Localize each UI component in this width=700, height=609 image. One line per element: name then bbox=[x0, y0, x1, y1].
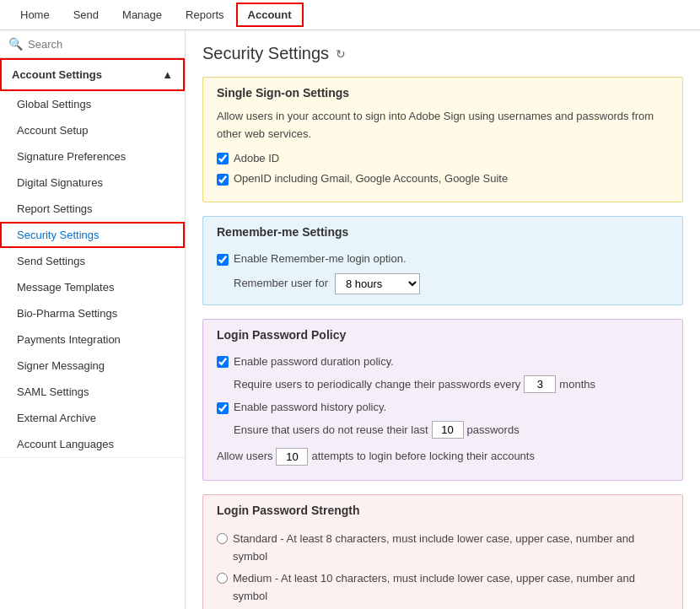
sidebar-item-account-languages[interactable]: Account Languages bbox=[0, 431, 185, 457]
history-policy-row: Ensure that users do not reuse their las… bbox=[234, 420, 669, 439]
sidebar-item-account-setup[interactable]: Account Setup bbox=[0, 117, 185, 143]
sidebar-item-global-settings[interactable]: Global Settings bbox=[0, 91, 185, 117]
remember-me-header: Remember-me Settings bbox=[203, 217, 682, 244]
nav-send[interactable]: Send bbox=[62, 2, 110, 28]
remember-me-section: Remember-me Settings Enable Remember-me … bbox=[202, 216, 683, 305]
remember-me-body: Enable Remember-me login option. Remembe… bbox=[203, 244, 682, 304]
nav-reports[interactable]: Reports bbox=[174, 2, 236, 28]
adobe-id-label: Adobe ID bbox=[234, 150, 279, 168]
sidebar-item-report-settings[interactable]: Report Settings bbox=[0, 196, 185, 222]
standard-label: Standard - At least 8 characters, must i… bbox=[233, 531, 669, 566]
sidebar-item-send-settings[interactable]: Send Settings bbox=[0, 248, 185, 274]
enable-duration-row: Enable password duration policy. bbox=[217, 353, 669, 371]
enable-remember-checkbox[interactable] bbox=[217, 254, 229, 266]
openid-row: OpenID including Gmail, Google Accounts,… bbox=[217, 170, 669, 188]
password-strength-header: Login Password Strength bbox=[203, 495, 682, 522]
sidebar-item-payments[interactable]: Payments Integration bbox=[0, 326, 185, 353]
nav-account[interactable]: Account bbox=[236, 3, 304, 27]
remember-user-for-label: Remember user for bbox=[234, 275, 328, 293]
page-title-text: Security Settings bbox=[202, 44, 329, 63]
search-icon: 🔍 bbox=[8, 37, 23, 51]
duration-prefix: Require users to periodically change the… bbox=[234, 375, 520, 394]
account-settings-label: Account Settings bbox=[12, 68, 102, 81]
standard-radio[interactable] bbox=[217, 533, 228, 544]
adobe-id-checkbox[interactable] bbox=[217, 153, 229, 164]
history-prefix: Ensure that users do not reuse their las… bbox=[234, 420, 428, 439]
sso-section: Single Sign-on Settings Allow users in y… bbox=[202, 77, 683, 202]
sidebar-item-external-archive[interactable]: External Archive bbox=[0, 405, 185, 431]
attempts-prefix: Allow users bbox=[217, 446, 272, 466]
enable-remember-row: Enable Remember-me login option. bbox=[217, 251, 669, 268]
sidebar-item-signer-messaging[interactable]: Signer Messaging bbox=[0, 353, 185, 379]
refresh-icon[interactable]: ↻ bbox=[336, 47, 346, 61]
password-strength-body: Standard - At least 8 characters, must i… bbox=[203, 522, 682, 609]
sidebar: 🔍 Account Settings ▲ Global Settings Acc… bbox=[0, 30, 186, 609]
sidebar-item-security-settings[interactable]: Security Settings bbox=[0, 222, 185, 248]
enable-duration-label: Enable password duration policy. bbox=[234, 353, 394, 371]
page-title: Security Settings ↻ bbox=[202, 44, 683, 63]
sso-header: Single Sign-on Settings bbox=[203, 78, 682, 105]
account-settings-header[interactable]: Account Settings ▲ bbox=[0, 58, 185, 91]
nav-home[interactable]: Home bbox=[8, 2, 62, 28]
search-input[interactable] bbox=[28, 38, 176, 51]
sidebar-item-message-templates[interactable]: Message Templates bbox=[0, 274, 185, 300]
sso-body: Allow users in your account to sign into… bbox=[203, 105, 682, 202]
password-policy-body: Enable password duration policy. Require… bbox=[203, 347, 682, 480]
enable-duration-checkbox[interactable] bbox=[217, 356, 229, 368]
remember-duration-row: Remember user for 1 hour 2 hours 4 hours… bbox=[234, 273, 669, 294]
attempts-input[interactable] bbox=[276, 448, 308, 466]
content-area: Security Settings ↻ Single Sign-on Setti… bbox=[186, 30, 700, 609]
standard-radio-row: Standard - At least 8 characters, must i… bbox=[217, 531, 669, 566]
hours-select[interactable]: 1 hour 2 hours 4 hours 8 hours 12 hours … bbox=[335, 273, 420, 294]
password-policy-header: Login Password Policy bbox=[203, 320, 682, 347]
password-strength-section: Login Password Strength Standard - At le… bbox=[202, 494, 683, 609]
medium-radio-row: Medium - At least 10 characters, must in… bbox=[217, 570, 669, 606]
sidebar-section-account-settings: Account Settings ▲ Global Settings Accou… bbox=[0, 58, 185, 458]
password-policy-section: Login Password Policy Enable password du… bbox=[202, 319, 683, 481]
sidebar-item-digital-signatures[interactable]: Digital Signatures bbox=[0, 170, 185, 196]
enable-remember-label: Enable Remember-me login option. bbox=[234, 251, 407, 268]
nav-manage[interactable]: Manage bbox=[110, 2, 174, 28]
adobe-id-row: Adobe ID bbox=[217, 150, 669, 168]
sso-description: Allow users in your account to sign into… bbox=[217, 108, 669, 143]
attempts-suffix: attempts to login before locking their a… bbox=[311, 446, 534, 466]
duration-input[interactable] bbox=[524, 375, 556, 393]
duration-suffix: months bbox=[559, 375, 595, 394]
history-input[interactable] bbox=[432, 421, 464, 439]
sidebar-item-bio-pharma[interactable]: Bio-Pharma Settings bbox=[0, 300, 185, 326]
sidebar-item-signature-preferences[interactable]: Signature Preferences bbox=[0, 143, 185, 170]
duration-policy-row: Require users to periodically change the… bbox=[234, 375, 669, 394]
medium-label: Medium - At least 10 characters, must in… bbox=[233, 570, 669, 606]
main-layout: 🔍 Account Settings ▲ Global Settings Acc… bbox=[0, 30, 700, 609]
attempts-row: Allow users attempts to login before loc… bbox=[217, 446, 669, 466]
medium-radio[interactable] bbox=[217, 573, 228, 584]
chevron-up-icon: ▲ bbox=[162, 68, 173, 81]
history-suffix: passwords bbox=[467, 420, 520, 439]
enable-history-label: Enable password history policy. bbox=[234, 399, 386, 417]
top-navigation: Home Send Manage Reports Account bbox=[0, 0, 700, 30]
sidebar-item-saml-settings[interactable]: SAML Settings bbox=[0, 379, 185, 405]
openid-label: OpenID including Gmail, Google Accounts,… bbox=[234, 170, 508, 188]
enable-history-checkbox[interactable] bbox=[217, 402, 229, 414]
openid-checkbox[interactable] bbox=[217, 174, 229, 186]
search-bar: 🔍 bbox=[0, 30, 185, 58]
enable-history-row: Enable password history policy. bbox=[217, 399, 669, 417]
